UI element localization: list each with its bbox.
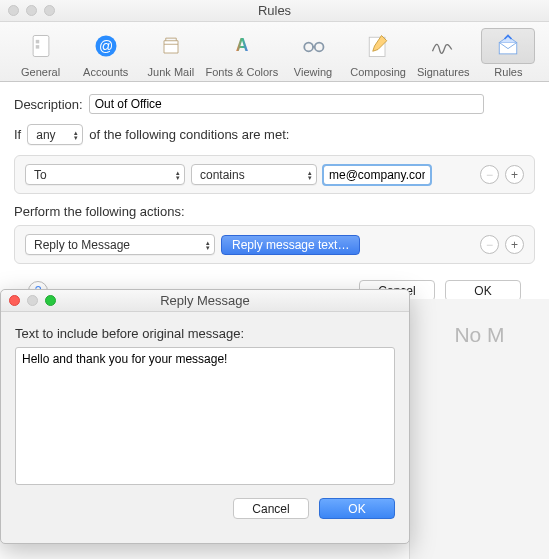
conditions-tail-label: of the following conditions are met:	[89, 127, 289, 142]
toolbar-viewing[interactable]: Viewing	[280, 28, 345, 78]
if-label: If	[14, 127, 21, 142]
minimize-icon	[27, 295, 38, 306]
preferences-toolbar: General @ Accounts Junk Mail A Fonts & C…	[0, 22, 549, 82]
svg-point-7	[315, 43, 324, 52]
remove-condition-button[interactable]: −	[480, 165, 499, 184]
toolbar-composing[interactable]: Composing	[346, 28, 411, 78]
viewing-icon	[286, 28, 340, 64]
chevron-updown-icon: ▴▾	[74, 130, 78, 140]
close-icon[interactable]	[9, 295, 20, 306]
dialog-ok-button[interactable]: OK	[319, 498, 395, 519]
rule-editor: Description: If any ▴▾ of the following …	[0, 82, 549, 313]
svg-rect-1	[35, 40, 39, 44]
reply-message-dialog: Reply Message Text to include before ori…	[0, 289, 410, 544]
svg-point-6	[304, 43, 313, 52]
dialog-titlebar: Reply Message	[1, 290, 409, 312]
zoom-icon[interactable]	[44, 5, 55, 16]
description-input[interactable]	[89, 94, 484, 114]
dialog-title: Reply Message	[160, 293, 250, 308]
no-message-text: No M	[454, 323, 504, 347]
signatures-icon	[416, 28, 470, 64]
accounts-icon: @	[79, 28, 133, 64]
general-icon	[14, 28, 68, 64]
actions-label: Perform the following actions:	[14, 204, 185, 219]
actions-section: Reply to Message ▴▾ Reply message text… …	[14, 225, 535, 264]
reply-message-text-button[interactable]: Reply message text…	[221, 235, 360, 255]
toolbar-signatures[interactable]: Signatures	[411, 28, 476, 78]
reply-text-textarea[interactable]	[15, 347, 395, 485]
background-preview-pane: No M	[409, 299, 549, 559]
minimize-icon[interactable]	[26, 5, 37, 16]
conditions-section: To ▴▾ contains ▴▾ − +	[14, 155, 535, 194]
condition-operator-select[interactable]: contains ▴▾	[191, 164, 317, 185]
svg-text:@: @	[99, 38, 113, 54]
dialog-traffic-lights	[9, 295, 56, 306]
action-type-select[interactable]: Reply to Message ▴▾	[25, 234, 215, 255]
junk-mail-icon	[144, 28, 198, 64]
window-titlebar: Rules	[0, 0, 549, 22]
toolbar-fonts[interactable]: A Fonts & Colors	[203, 28, 280, 78]
zoom-icon[interactable]	[45, 295, 56, 306]
chevron-updown-icon: ▴▾	[206, 240, 210, 250]
add-action-button[interactable]: +	[505, 235, 524, 254]
remove-action-button[interactable]: −	[480, 235, 499, 254]
dialog-cancel-button[interactable]: Cancel	[233, 498, 309, 519]
svg-rect-2	[35, 45, 39, 49]
svg-rect-0	[33, 36, 49, 57]
window-title: Rules	[258, 3, 291, 18]
svg-text:A: A	[236, 35, 249, 55]
chevron-updown-icon: ▴▾	[176, 170, 180, 180]
close-icon[interactable]	[8, 5, 19, 16]
condition-field-select[interactable]: To ▴▾	[25, 164, 185, 185]
toolbar-junk[interactable]: Junk Mail	[138, 28, 203, 78]
fonts-colors-icon: A	[215, 28, 269, 64]
ok-button[interactable]: OK	[445, 280, 521, 301]
add-condition-button[interactable]: +	[505, 165, 524, 184]
description-label: Description:	[14, 97, 83, 112]
chevron-updown-icon: ▴▾	[308, 170, 312, 180]
dialog-prompt-label: Text to include before original message:	[15, 326, 244, 341]
toolbar-rules[interactable]: Rules	[476, 28, 541, 78]
toolbar-accounts[interactable]: @ Accounts	[73, 28, 138, 78]
condition-value-input[interactable]	[323, 165, 431, 185]
toolbar-general[interactable]: General	[8, 28, 73, 78]
match-any-select[interactable]: any ▴▾	[27, 124, 83, 145]
traffic-lights	[8, 5, 55, 16]
rules-icon	[481, 28, 535, 64]
composing-icon	[351, 28, 405, 64]
